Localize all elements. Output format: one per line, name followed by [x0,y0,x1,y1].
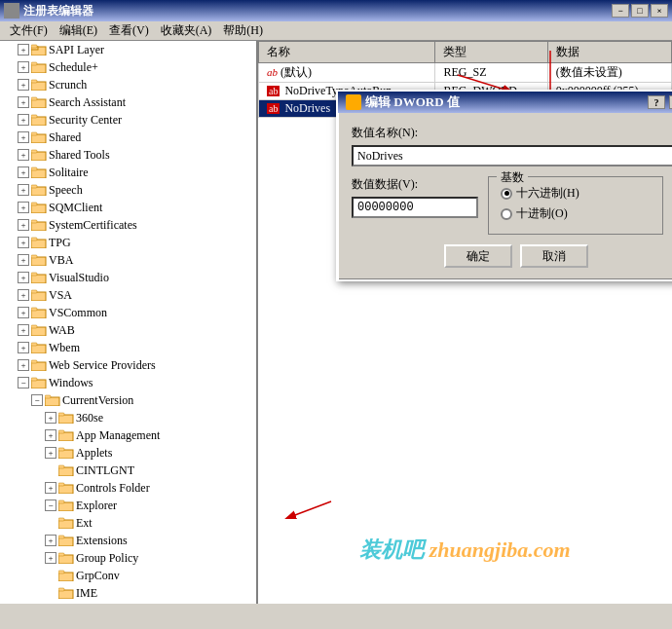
expander-syscerts[interactable]: + [18,219,29,231]
expander-controlsfolder[interactable]: + [45,482,56,494]
tree-item-search-assistant[interactable]: + Search Assistant [0,93,256,111]
expander-vscommon[interactable]: + [18,307,29,318]
tree-item-currentversion[interactable]: − CurrentVersion [0,391,256,409]
expander-wab[interactable]: + [18,324,29,336]
svg-rect-14 [31,150,37,153]
expander-applets[interactable]: + [45,447,56,459]
close-button[interactable]: × [651,4,668,18]
tree-item-cintlgnt[interactable]: CINTLGNT [0,462,256,479]
tree-label-360se: 360se [76,411,103,426]
expander-solitaire[interactable]: + [18,166,29,178]
tree-item-sqmclient[interactable]: + SQMClient [0,199,256,216]
dialog-ok-button[interactable]: 确定 [444,244,512,268]
tree-item-shared-tools[interactable]: + Shared Tools [0,146,256,164]
tree-item-tpg[interactable]: + TPG [0,234,256,251]
folder-icon-vscommon [31,307,47,318]
tree-item-wab[interactable]: + WAB [0,321,256,339]
minimize-button[interactable]: − [612,4,629,18]
menu-file[interactable]: 文件(F) [4,20,54,41]
radio-dec[interactable]: 十进制(O) [501,205,651,222]
menu-favorites[interactable]: 收藏夹(A) [155,20,218,41]
tree-item-windows[interactable]: − Windows [0,374,256,391]
tree-item-applets[interactable]: + Applets [0,444,256,462]
tree-item-wbem[interactable]: + Wbem [0,339,256,356]
svg-rect-2 [31,45,37,48]
expander-appmanagement[interactable]: + [45,429,56,441]
menu-view[interactable]: 查看(V) [103,20,155,41]
expander-grouppolicy[interactable]: + [45,552,56,564]
tree-item-speech[interactable]: + Speech [0,181,256,199]
tree-item-webservice[interactable]: + Web Service Providers [0,356,256,374]
svg-rect-37 [31,362,46,371]
folder-icon-360se [58,412,74,424]
tree-item-explorer[interactable]: − Explorer [0,497,256,514]
table-row[interactable]: ab (默认) REG_SZ (数值未设置) [259,63,672,83]
svg-rect-43 [58,415,73,424]
tree-item-syscerts[interactable]: + SystemCertificates [0,216,256,234]
tree-item-sapi[interactable]: + SAPI Layer [0,41,256,58]
tree-item-appmanagement[interactable]: + App Management [0,426,256,444]
svg-rect-20 [31,203,37,205]
expander-windows[interactable]: − [18,377,29,388]
tree-item-solitaire[interactable]: + Solitaire [0,164,256,181]
tree-item-vba[interactable]: + VBA [0,251,256,269]
radio-hex-button[interactable] [501,188,512,200]
maximize-button[interactable]: □ [631,4,649,18]
expander-speech[interactable]: + [18,184,29,196]
col-data: 数据 [547,42,671,63]
menu-edit[interactable]: 编辑(E) [54,20,103,41]
tree-item-ime[interactable]: IME [0,584,256,602]
tree-item-controlsfolder[interactable]: + Controls Folder [0,479,256,497]
main-content: + SAPI Layer + Schedule+ + Scrunch + Sea… [0,41,672,604]
radio-hex[interactable]: 十六进制(H) [501,185,651,202]
tree-item-extensions[interactable]: + Extensions [0,532,256,549]
expander-vba[interactable]: + [18,254,29,266]
expander-extensions[interactable]: + [45,535,56,546]
expander-shared[interactable]: + [18,131,29,143]
expander-security-center[interactable]: + [18,114,29,126]
expander-sapi[interactable]: + [18,44,29,56]
tree-item-shared[interactable]: + Shared [0,129,256,146]
title-bar: 注册表编辑器 − □ × [0,0,672,21]
tree-item-imesc[interactable]: IMESC [0,602,256,604]
expander-wbem[interactable]: + [18,342,29,353]
tree-item-vscommon[interactable]: + VSCommon [0,304,256,321]
radio-dec-button[interactable] [501,208,512,220]
tree-item-visualstudio[interactable]: + VisualStudio [0,269,256,286]
menu-help[interactable]: 帮助(H) [217,20,269,41]
tree-item-schedule[interactable]: + Schedule+ [0,58,256,76]
tree-item-scrunch[interactable]: + Scrunch [0,76,256,93]
expander-shared-tools[interactable]: + [18,149,29,161]
svg-rect-46 [58,430,64,433]
expander-explorer[interactable]: − [45,500,56,511]
tree-item-security-center[interactable]: + Security Center [0,111,256,129]
expander-currentversion[interactable]: − [31,394,43,406]
expander-360se[interactable]: + [45,412,56,424]
tree-item-grpconv[interactable]: GrpConv [0,567,256,584]
tree-item-vsa[interactable]: + VSA [0,286,256,304]
expander-scrunch[interactable]: + [18,79,29,91]
tree-item-grouppolicy[interactable]: + Group Policy [0,549,256,567]
tree-label-speech: Speech [49,183,83,198]
svg-rect-29 [31,292,46,301]
expander-sqmclient[interactable]: + [18,202,29,213]
tree-label-webservice: Web Service Providers [49,358,156,373]
dialog-value-input[interactable] [352,197,478,218]
expander-webservice[interactable]: + [18,359,29,371]
tree-item-ext[interactable]: Ext [0,514,256,532]
expander-tpg[interactable]: + [18,237,29,248]
expander-visualstudio[interactable]: + [18,272,29,283]
expander-search-assistant[interactable]: + [18,96,29,108]
radio-dec-label: 十进制(O) [516,205,568,222]
expander-vsa[interactable]: + [18,289,29,301]
dialog-cancel-button[interactable]: 取消 [520,244,588,268]
svg-rect-61 [58,573,73,581]
tree-item-360se[interactable]: + 360se [0,409,256,426]
dialog-help-button[interactable]: ? [648,95,665,109]
folder-icon-sapi [31,44,47,56]
tree-panel[interactable]: + SAPI Layer + Schedule+ + Scrunch + Sea… [0,41,258,604]
expander-grpconv [45,570,56,581]
expander-schedule[interactable]: + [18,61,29,73]
dialog-name-input[interactable] [352,145,672,166]
svg-rect-52 [58,483,64,486]
